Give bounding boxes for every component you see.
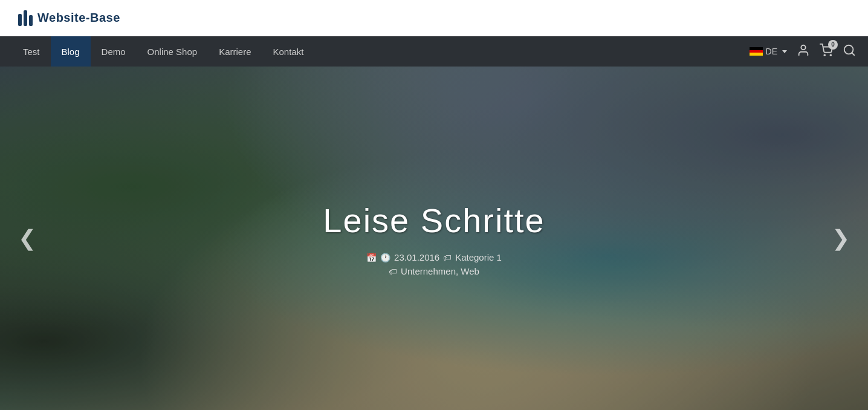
header: Website-Base: [0, 0, 868, 36]
cart-icon[interactable]: 0: [820, 44, 833, 60]
nav-item-kontakt[interactable]: Kontakt: [262, 36, 314, 67]
hero-date-row: 📅 🕐 23.01.2016 🏷 Kategorie 1: [366, 252, 502, 262]
hero-category: Kategorie 1: [455, 252, 502, 262]
nav-right: DE 0: [750, 36, 856, 67]
tag-icon: 🏷: [443, 252, 452, 262]
search-icon[interactable]: [843, 44, 856, 60]
lang-dropdown-icon: [782, 50, 787, 53]
nav-item-blog[interactable]: Blog: [51, 36, 91, 67]
navbar: Test Blog Demo Online Shop Karriere Kont…: [0, 36, 868, 67]
logo-bar-1: [18, 14, 22, 26]
logo-bar-3: [29, 15, 33, 26]
svg-point-1: [824, 54, 825, 56]
logo-bar-2: [24, 10, 27, 26]
logo-text: Website-Base: [37, 11, 120, 25]
svg-point-2: [830, 54, 831, 56]
svg-line-4: [852, 53, 854, 55]
clock-icon: 🕐: [380, 252, 390, 262]
nav-item-online-shop[interactable]: Online Shop: [137, 36, 209, 67]
nav-left: Test Blog Demo Online Shop Karriere Kont…: [12, 36, 750, 67]
nav-item-demo[interactable]: Demo: [91, 36, 137, 67]
logo-icon: [18, 10, 33, 26]
slider-prev-button[interactable]: ❮: [6, 220, 48, 257]
hero-content: Leise Schritte 📅 🕐 23.01.2016 🏷 Kategori…: [323, 201, 545, 276]
nav-item-test[interactable]: Test: [12, 36, 51, 67]
slider-next-button[interactable]: ❯: [820, 220, 862, 257]
logo[interactable]: Website-Base: [18, 10, 120, 26]
hero-tags-row: 🏷 Unternehmen, Web: [389, 266, 479, 276]
hero-date: 23.01.2016: [394, 252, 439, 262]
svg-point-0: [801, 45, 805, 49]
tags-icon: 🏷: [389, 266, 397, 276]
hero-slider: Leise Schritte 📅 🕐 23.01.2016 🏷 Kategori…: [0, 67, 868, 410]
lang-selector[interactable]: DE: [750, 47, 787, 56]
flag-de-icon: [750, 47, 763, 56]
lang-label: DE: [766, 47, 777, 56]
hero-tags: Unternehmen, Web: [401, 266, 479, 276]
calendar-icon: 📅: [366, 252, 377, 262]
nav-item-karriere[interactable]: Karriere: [208, 36, 262, 67]
hero-title: Leise Schritte: [323, 201, 545, 240]
user-icon[interactable]: [797, 44, 810, 60]
cart-badge: 0: [828, 40, 838, 50]
hero-meta: 📅 🕐 23.01.2016 🏷 Kategorie 1 🏷 Unternehm…: [323, 252, 545, 276]
